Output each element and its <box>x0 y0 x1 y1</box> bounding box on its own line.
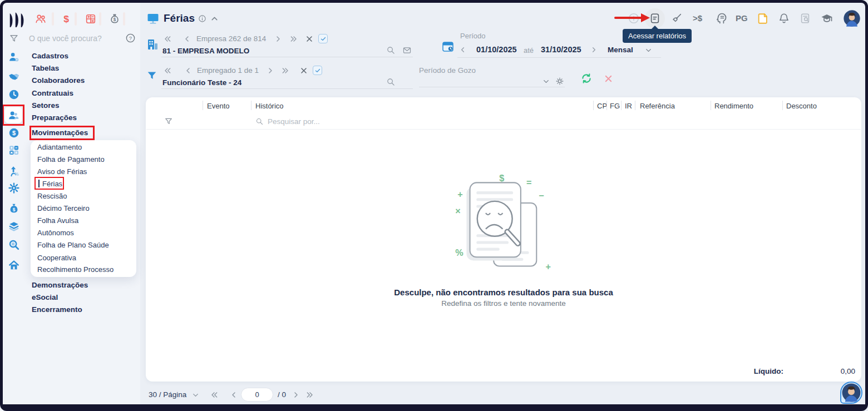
empty-state-illustration: $=+ −×% + <box>448 168 564 284</box>
company-last-icon[interactable] <box>289 34 298 43</box>
sidebar-search-input[interactable] <box>29 32 116 44</box>
employee-prev-icon[interactable] <box>184 66 193 75</box>
liquido-value: 0,00 <box>801 367 855 375</box>
grid-search-input[interactable] <box>268 115 390 127</box>
pg-icon[interactable]: PG <box>736 13 748 23</box>
notifications-icon[interactable] <box>778 12 790 24</box>
support-chat-bubble[interactable] <box>840 382 862 404</box>
refresh-icon[interactable] <box>580 72 593 85</box>
rail-camadas-icon[interactable] <box>8 220 20 232</box>
employee-first-icon[interactable] <box>163 66 172 75</box>
module-moneybag-icon[interactable]: $ <box>108 13 121 25</box>
company-filter-checkbox[interactable] <box>318 34 328 43</box>
submenu-item-recolhimento-processo[interactable]: Recolhimento Processo <box>37 265 114 274</box>
employee-search-icon[interactable] <box>386 77 396 87</box>
period-end-date[interactable]: 31/10/2025 <box>541 45 581 54</box>
company-mail-icon[interactable] <box>402 46 412 55</box>
gozo-underline <box>419 87 565 87</box>
period-next-icon[interactable] <box>590 46 598 54</box>
page-prev-icon[interactable] <box>229 390 238 399</box>
rail-contratuais-icon[interactable] <box>8 88 20 101</box>
collapse-header-icon[interactable] <box>210 14 219 23</box>
submenu-item-adiantamento[interactable]: Adiantamento <box>37 143 82 151</box>
employee-filter-checkbox[interactable] <box>313 66 322 75</box>
info-icon[interactable] <box>198 14 206 23</box>
page-last-icon[interactable] <box>305 390 314 399</box>
employee-last-icon[interactable] <box>281 66 290 75</box>
page-next-icon[interactable] <box>292 390 300 399</box>
sidebar-item-setores[interactable]: Setores <box>32 101 60 110</box>
page-first-icon[interactable] <box>210 390 219 399</box>
company-underline <box>161 57 413 57</box>
rail-financeiro-icon[interactable]: $ <box>8 127 20 139</box>
column-separator <box>711 101 711 110</box>
gozo-chevron-icon[interactable] <box>542 77 550 86</box>
sidebar-item-tabelas[interactable]: Tabelas <box>32 64 59 72</box>
submenu-item-cooperativa[interactable]: Cooperativa <box>37 254 76 262</box>
rail-configuracoes-icon[interactable] <box>8 182 20 194</box>
rail-promocao-icon[interactable]: % <box>8 165 20 177</box>
help-icon[interactable]: ? <box>125 33 136 43</box>
module-people-icon[interactable] <box>34 13 47 25</box>
sidebar-item-encerramento[interactable]: Encerramento <box>32 305 82 314</box>
grid-filter-icon[interactable] <box>164 117 173 126</box>
audit-icon[interactable] <box>799 12 811 24</box>
sidebar-filter-icon[interactable] <box>9 33 19 43</box>
module-calculator-icon[interactable] <box>85 13 97 25</box>
rail-colaboradores-icon[interactable] <box>8 71 20 83</box>
clean-icon[interactable] <box>670 12 683 24</box>
module-separator <box>99 12 101 26</box>
company-prev-icon[interactable] <box>183 34 191 43</box>
submenu-item-folha-plano-saude[interactable]: Folha de Plano Saúde <box>37 241 109 249</box>
sidebar-item-contratuais[interactable]: Contratuais <box>32 89 73 97</box>
svg-text:−: − <box>539 190 544 200</box>
employee-filter-icon[interactable] <box>146 70 158 82</box>
company-search-icon[interactable] <box>386 46 396 55</box>
training-icon[interactable] <box>820 12 834 25</box>
period-mode-select[interactable]: Mensal <box>608 46 633 54</box>
period-start-date[interactable]: 01/10/2025 <box>476 45 517 54</box>
sidebar-item-esocial[interactable]: eSocial <box>32 293 58 301</box>
sidebar-item-cadastros[interactable]: Cadastros <box>32 52 68 60</box>
company-next-icon[interactable] <box>274 34 283 43</box>
submenu-item-folha-avulsa[interactable]: Folha Avulsa <box>37 216 78 225</box>
submenu-item-autonomos[interactable]: Autônomos <box>37 229 74 237</box>
per-page-chevron-icon[interactable] <box>191 391 200 399</box>
svg-text:×: × <box>455 206 460 216</box>
rail-beneficios-icon[interactable]: $ <box>8 202 20 215</box>
sidebar-item-colaboradores[interactable]: Colaboradores <box>32 76 85 85</box>
annotation-box-ferias <box>34 177 64 190</box>
rail-calculos-icon[interactable] <box>8 144 20 156</box>
reports-icon[interactable] <box>649 12 661 24</box>
sidebar-item-demonstracoes[interactable]: Demonstrações <box>32 281 88 289</box>
notes-icon[interactable] <box>757 12 769 24</box>
sidebar-item-preparacoes[interactable]: Preparações <box>32 113 77 122</box>
employee-next-icon[interactable] <box>266 66 275 75</box>
assistant-icon[interactable] <box>714 12 728 25</box>
company-clear-icon[interactable] <box>305 34 314 43</box>
module-finance-icon[interactable]: $ <box>60 13 72 25</box>
submenu-item-rescisao[interactable]: Rescisão <box>37 192 67 200</box>
company-first-icon[interactable] <box>163 34 172 43</box>
period-mode-chevron-icon[interactable] <box>644 46 653 55</box>
column-desconto: Desconto <box>786 102 817 110</box>
svg-text:?: ? <box>129 35 132 41</box>
employee-clear-icon[interactable] <box>299 66 308 75</box>
user-avatar[interactable] <box>843 9 861 27</box>
rail-home-icon[interactable] <box>8 259 20 271</box>
column-separator <box>203 101 203 110</box>
submenu-item-folha-pagamento[interactable]: Folha de Pagamento <box>37 155 105 164</box>
submenu-item-decimo-terceiro[interactable]: Décimo Terceiro <box>37 204 90 212</box>
cancel-icon[interactable] <box>603 73 614 84</box>
cashflow-icon[interactable]: >$ <box>693 13 702 23</box>
submenu-item-aviso-ferias[interactable]: Aviso de Férias <box>37 167 87 176</box>
column-historico: Histórico <box>255 102 284 110</box>
per-page-select[interactable]: 30 / Página <box>149 390 186 399</box>
page-number-input[interactable] <box>241 388 273 402</box>
rail-cadastros-icon[interactable] <box>8 51 20 63</box>
rail-consultas-icon[interactable] <box>8 239 20 251</box>
column-separator <box>251 101 251 110</box>
period-prev-icon[interactable] <box>458 46 467 54</box>
column-separator <box>606 101 607 110</box>
gozo-settings-icon[interactable] <box>555 76 565 86</box>
